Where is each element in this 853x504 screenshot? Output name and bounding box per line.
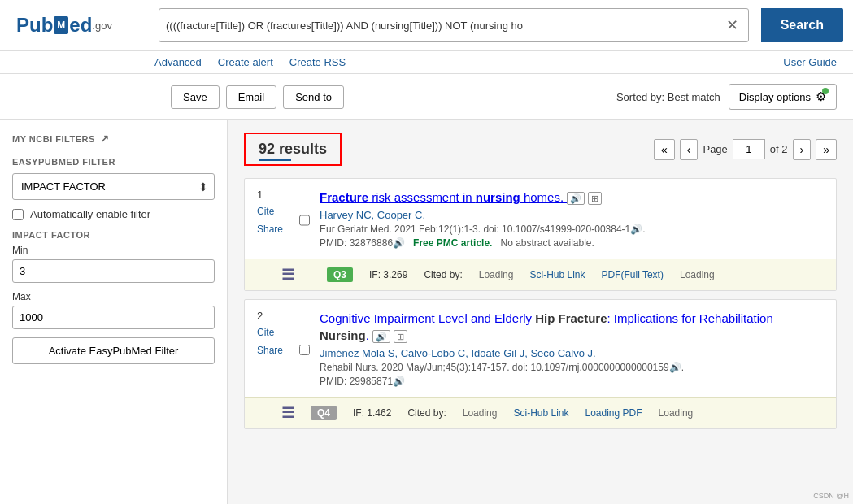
article-1-checkbox[interactable] (299, 192, 310, 249)
send-to-button[interactable]: Send to (283, 85, 344, 109)
results-header: 92 results « ‹ Page of 2 › » (244, 133, 837, 166)
my-ncbi-section: MY NCBI FILTERS ↗ (12, 133, 215, 145)
auto-enable-row: Automatically enable filter (12, 208, 215, 220)
green-dot (822, 88, 829, 94)
share-button-2[interactable]: Share (257, 343, 289, 358)
ep-cited-label-1: Cited by: (424, 269, 462, 280)
article-1-cite-share: 1 Cite Share (257, 189, 289, 249)
activate-easypubmed-button[interactable]: Activate EasyPubMed Filter (12, 337, 215, 364)
pmid-2-val: PMID: 29985871 (320, 376, 393, 387)
ep-pdf-loading-2: Loading (659, 407, 694, 419)
article-2-num: 2 (257, 310, 289, 322)
q-badge-1: Q3 (327, 267, 353, 282)
user-guide-link[interactable]: User Guide (783, 56, 837, 68)
article-2-cite-share: 2 Cite Share (257, 310, 289, 387)
easypubmed-section: EASYPUBMED FILTER IMPACT FACTOR Automati… (12, 157, 215, 364)
of-pages-label: of 2 (770, 143, 788, 155)
article-1: 1 Cite Share Fracture risk assessment in… (244, 178, 837, 291)
article-1-icon2[interactable]: ⊞ (588, 192, 602, 205)
auto-enable-label: Automatically enable filter (30, 208, 150, 220)
search-button[interactable]: Search (761, 8, 843, 42)
article-2-main: 2 Cite Share Cognitive Impairment Level … (245, 300, 836, 397)
logo: PubMed.gov (16, 14, 146, 37)
title-2-hip: Hip Fracture (535, 311, 607, 325)
search-bar: ✕ (159, 8, 749, 42)
article-2-icon1[interactable]: 🔊 (372, 330, 390, 343)
logo-pub: Pub (16, 14, 53, 37)
article-1-journal: Eur Geriatr Med. 2021 Feb;12(1):1-3. doi… (320, 224, 824, 235)
logo-m-icon: M (54, 16, 68, 34)
pmid-2-speaker: 🔊 (393, 376, 405, 387)
display-options-button[interactable]: Display options ⚙ (729, 84, 837, 110)
sidebar: MY NCBI FILTERS ↗ EASYPUBMED FILTER IMPA… (0, 120, 228, 504)
sub-nav: Advanced Create alert Create RSS User Gu… (0, 51, 853, 74)
ep-scihub-2[interactable]: Sci-Hub Link (513, 407, 568, 419)
q-badge-2: Q4 (311, 406, 337, 420)
page-number-input[interactable] (733, 139, 765, 159)
impact-factor-select[interactable]: IMPACT FACTOR (12, 173, 215, 200)
create-alert-link[interactable]: Create alert (218, 56, 273, 68)
first-page-button[interactable]: « (654, 139, 675, 160)
save-button[interactable]: Save (171, 85, 220, 109)
advanced-link[interactable]: Advanced (154, 56, 202, 68)
article-1-icon1[interactable]: 🔊 (567, 192, 585, 205)
auto-enable-checkbox[interactable] (12, 209, 24, 220)
impact-factor-sub-label: IMPACT FACTOR (12, 230, 215, 240)
ep-pdf-loading-1: Loading (680, 269, 715, 280)
min-label: Min (12, 245, 215, 256)
my-ncbi-label: MY NCBI FILTERS ↗ (12, 133, 215, 145)
page-label: Page (703, 143, 727, 155)
title-1-nursing: nursing (476, 190, 520, 204)
article-2-checkbox[interactable] (299, 313, 310, 387)
main-layout: MY NCBI FILTERS ↗ EASYPUBMED FILTER IMPA… (0, 120, 853, 504)
article-1-speaker: 🔊 (630, 224, 642, 235)
title-2-end: . (366, 328, 369, 342)
share-button-1[interactable]: Share (257, 222, 289, 237)
ep-icon-1: ☰ (281, 266, 294, 284)
ep-cited-val-1: Loading (479, 269, 514, 280)
last-page-button[interactable]: » (816, 139, 837, 160)
ep-pdf-2[interactable]: Loading PDF (585, 407, 642, 419)
results-count: 92 results (259, 141, 327, 157)
article-2-ep-bar: ☰ Q4 IF: 1.462 Cited by: Loading Sci-Hub… (245, 397, 836, 428)
ep-if-2: IF: 1.462 (353, 407, 391, 419)
results-area: 92 results « ‹ Page of 2 › » 1 Cite Shar… (228, 120, 853, 504)
max-label: Max (12, 291, 215, 302)
title-2-nursing: Nursing (320, 328, 366, 342)
toolbar: Save Email Send to Sorted by: Best match… (0, 74, 853, 120)
min-input[interactable] (12, 259, 215, 283)
article-1-content: Fracture risk assessment in nursing home… (320, 189, 824, 249)
gear-icon: ⚙ (816, 89, 826, 104)
free-pmc-1: Free PMC article. (413, 237, 492, 249)
ep-cited-val-2: Loading (463, 407, 498, 419)
prev-page-button[interactable]: ‹ (680, 139, 699, 160)
cite-button-1[interactable]: Cite (257, 204, 289, 219)
article-1-pmid: PMID: 32876886🔊 Free PMC article. No abs… (320, 237, 824, 249)
ep-scihub-1[interactable]: Sci-Hub Link (529, 269, 585, 280)
pmid-1-val: PMID: 32876886 (320, 237, 393, 249)
cite-button-2[interactable]: Cite (257, 325, 289, 340)
pagination: « ‹ Page of 2 › » (654, 139, 837, 160)
watermark: CSDN @H (813, 492, 849, 500)
article-2-content: Cognitive Impairment Level and Elderly H… (320, 310, 824, 387)
results-count-underline (259, 159, 291, 161)
email-button[interactable]: Email (226, 85, 277, 109)
external-link-icon[interactable]: ↗ (100, 133, 110, 145)
article-2-speaker: 🔊 (669, 362, 681, 373)
search-input[interactable] (166, 20, 723, 32)
article-1-authors: Harvey NC, Cooper C. (320, 209, 824, 221)
article-1-title-link[interactable]: Fracture risk assessment in nursing home… (320, 190, 567, 204)
no-abstract-1: No abstract available. (500, 237, 594, 249)
title-1-fracture: Fracture (320, 190, 368, 204)
next-page-button[interactable]: › (793, 139, 812, 160)
clear-search-button[interactable]: ✕ (723, 16, 742, 34)
title-1-mid: risk assessment in (368, 190, 476, 204)
create-rss-link[interactable]: Create RSS (289, 56, 346, 68)
article-2-icon2[interactable]: ⊞ (394, 330, 407, 343)
title-2-mid: : Implications for Rehabilitation (607, 311, 773, 325)
max-input[interactable] (12, 306, 215, 329)
title-1-end: homes. (520, 190, 564, 204)
easypubmed-label: EASYPUBMED FILTER (12, 157, 215, 167)
article-2-title: Cognitive Impairment Level and Elderly H… (320, 310, 824, 344)
ep-pdf-1[interactable]: PDF(Full Text) (602, 269, 664, 280)
